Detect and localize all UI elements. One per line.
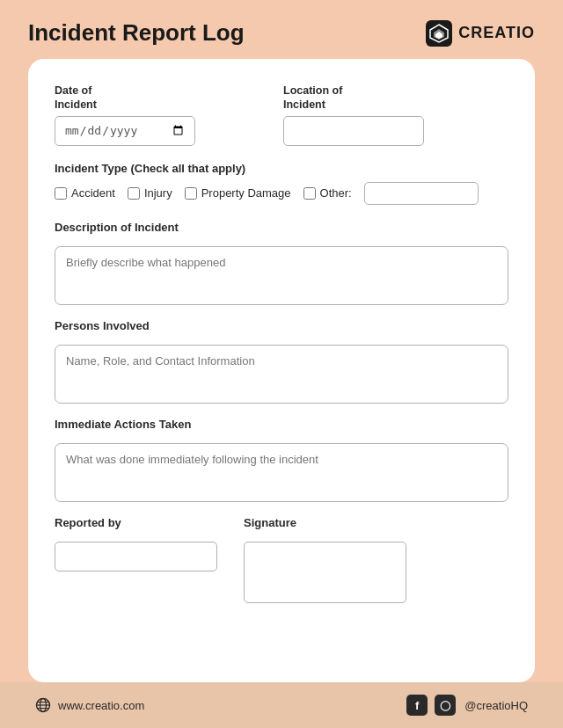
other-input[interactable] [364, 182, 479, 205]
page-header: Incident Report Log CREATIO [0, 0, 563, 59]
reported-label: Reported by [55, 516, 217, 529]
reported-input[interactable] [55, 542, 217, 571]
reported-field: Reported by [55, 516, 217, 603]
checkbox-accident[interactable]: Accident [55, 186, 115, 200]
signature-field: Signature [244, 516, 406, 603]
location-input[interactable] [283, 116, 424, 146]
location-field-group: Location ofIncident [283, 84, 424, 146]
social-icons: f ◯ [406, 695, 456, 716]
page-footer: www.creatio.com f ◯ @creatioHQ [0, 682, 563, 728]
description-section: Description of Incident [55, 221, 508, 305]
checkbox-row: Accident Injury Property Damage Other: [55, 182, 508, 205]
persons-label: Persons Involved [55, 319, 508, 332]
footer-social: f ◯ @creatioHQ [406, 695, 528, 716]
checkbox-property-damage[interactable]: Property Damage [185, 186, 291, 200]
date-location-row: Date ofIncident Location ofIncident [55, 84, 508, 146]
date-label: Date ofIncident [55, 84, 195, 113]
injury-checkbox[interactable] [128, 187, 140, 200]
incident-type-section: Incident Type (Check all that apply) Acc… [55, 162, 508, 205]
actions-section: Immediate Actions Taken [55, 418, 508, 502]
facebook-icon: f [406, 695, 428, 716]
location-label: Location ofIncident [283, 84, 424, 113]
signature-label: Signature [244, 516, 406, 529]
globe-icon [35, 697, 51, 713]
checkbox-injury[interactable]: Injury [128, 186, 172, 200]
persons-textarea[interactable] [55, 345, 508, 404]
property-damage-checkbox[interactable] [185, 187, 197, 200]
checkbox-other[interactable]: Other: [303, 186, 352, 200]
actions-label: Immediate Actions Taken [55, 418, 508, 431]
signature-box[interactable] [244, 542, 406, 603]
form-card: Date ofIncident Location ofIncident Inci… [28, 59, 535, 682]
date-field-group: Date ofIncident [55, 84, 195, 146]
accident-checkbox[interactable] [55, 187, 67, 200]
other-checkbox[interactable] [303, 187, 316, 200]
persons-section: Persons Involved [55, 319, 508, 404]
page-title: Incident Report Log [28, 19, 245, 47]
instagram-icon: ◯ [435, 695, 456, 716]
description-textarea[interactable] [55, 246, 508, 305]
date-input[interactable] [55, 116, 195, 146]
footer-website: www.creatio.com [35, 697, 144, 713]
logo: CREATIO [426, 20, 535, 47]
creatio-logo-icon [426, 20, 452, 47]
actions-textarea[interactable] [55, 443, 508, 502]
description-label: Description of Incident [55, 221, 508, 234]
incident-type-label: Incident Type (Check all that apply) [55, 162, 508, 175]
logo-text: CREATIO [458, 24, 535, 42]
bottom-row: Reported by Signature [55, 516, 508, 603]
